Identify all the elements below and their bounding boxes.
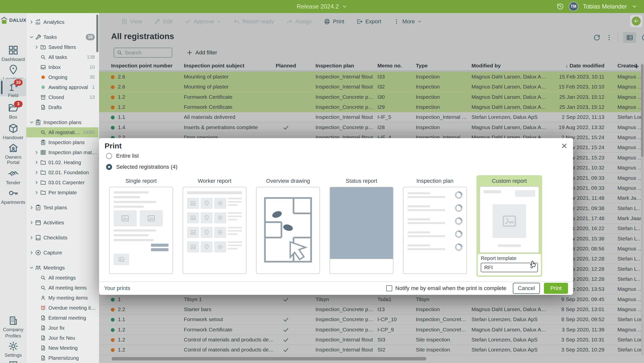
rail-item-label: Field [0, 93, 26, 98]
folder-icon [40, 179, 46, 186]
chevron-down-icon [342, 4, 347, 9]
sidebar-item-all-meetings[interactable]: All meetings [26, 273, 98, 283]
clipboard-search-icon [40, 139, 46, 145]
placeholder-image-icon [118, 256, 125, 263]
sidebar-item-label: Meetings [43, 265, 98, 271]
sidebar-item-label: Closed [48, 95, 88, 100]
folder-icon [40, 169, 46, 175]
rail-item-field[interactable]: Field10 [0, 79, 26, 96]
report-card-status-report[interactable] [330, 187, 393, 274]
sidebar-item-all-registrations[interactable]: All registrations24/50 [26, 127, 98, 137]
sidebar-item-inspection-plan-matrices[interactable]: Inspection plan matrices [26, 147, 98, 157]
rail-item-company-profiles[interactable]: CompanyProfiles [0, 314, 26, 338]
item-count: 35 [90, 74, 95, 80]
sidebar-item-meetings[interactable]: Meetings [26, 263, 98, 273]
sidebar-item-test-plans[interactable]: Test plans [26, 203, 98, 213]
sidebar-item-checklists[interactable]: Checklists [26, 233, 98, 243]
grid-icon [40, 149, 46, 155]
cancel-button[interactable]: Cancel [513, 283, 540, 294]
rail-item-label: Tender [0, 180, 26, 185]
sidebar-item-overdue-meeting-items[interactable]: Overdue meeting items [26, 303, 98, 313]
sidebar-item-01-02-heating[interactable]: 01.02. Heating [26, 157, 98, 167]
report-card-worker-report[interactable] [183, 187, 247, 274]
sidebar-item-analytics[interactable]: Analytics [26, 17, 98, 27]
rail-item-label: Apartments [0, 200, 26, 205]
status-dot [41, 85, 45, 89]
sidebar-item-external-meeting[interactable]: External meeting [26, 313, 98, 323]
rail-item-locations[interactable]: Locations [0, 62, 26, 80]
folder-icon [40, 159, 46, 165]
rail-item-help[interactable]: Help [0, 358, 26, 363]
notify-email-checkbox[interactable] [386, 285, 392, 291]
placeholder-image-icon [190, 200, 196, 206]
chevron-down-icon[interactable] [631, 4, 637, 10]
sidebar-item-saved-filters[interactable]: Saved filters [26, 42, 98, 52]
sidebar-item-planersitzung[interactable]: Planersitzung [26, 353, 98, 363]
sidebar-item-closed[interactable]: Closed13 [26, 92, 98, 102]
search-icon [40, 275, 46, 281]
dalux-logo-text: DALUX [9, 18, 26, 23]
your-prints-link[interactable]: Your prints [104, 285, 130, 292]
report-card-overview-drawing[interactable] [256, 187, 320, 274]
sidebar-item-label: 02.01. Foundation [48, 170, 98, 175]
rail-item-apartments[interactable]: Apartments [0, 186, 26, 203]
rail-item-label: Dashboard [0, 57, 26, 62]
notification-badge: 3 [14, 101, 23, 107]
sidebar-scrollbar[interactable] [96, 15, 98, 52]
rail-item-dashboard[interactable]: Dashboard [0, 43, 26, 60]
rail-item-label: Box [0, 114, 26, 120]
search-icon [40, 129, 46, 135]
sidebar-item-capture[interactable]: Capture [26, 248, 98, 258]
rail-item-owners-portal[interactable]: OwnersPortal [0, 140, 26, 163]
sidebar-item-drafts[interactable]: Drafts [26, 102, 98, 112]
key-icon [8, 188, 19, 199]
chevron-right-icon [34, 190, 39, 195]
print-button[interactable]: Print [544, 283, 568, 294]
sidebar-item-label: Activities [43, 220, 98, 226]
history-icon[interactable] [556, 3, 564, 11]
sidebar-item-new-meeting[interactable]: New Meeting [26, 343, 98, 353]
doc-icon [40, 345, 46, 351]
sidebar-item-02-01-foundation[interactable]: 02.01. Foundation [26, 167, 98, 177]
sidebar-item-label: Inspection plans [48, 140, 98, 145]
report-card-single-report[interactable] [109, 187, 173, 274]
sidebar-item-label: My meeting items [48, 295, 98, 301]
sidebar-item-all-tasks[interactable]: All tasks138 [26, 52, 98, 62]
release-selector[interactable]: Release 2024.2 [297, 3, 347, 10]
folder-icon [40, 190, 46, 196]
sidebar-item-tasks[interactable]: Tasks10 [26, 32, 98, 42]
sidebar-item-label: Per template [48, 190, 98, 196]
report-card-inspection-plan[interactable] [403, 187, 467, 274]
rail-item-handover[interactable]: Handover [0, 121, 26, 138]
clipboard-search-icon [35, 119, 41, 126]
report-card-label: Inspection plan [403, 178, 467, 184]
rail-item-tender[interactable]: Tender [0, 166, 26, 184]
rail-item-box[interactable]: Box3 [0, 100, 26, 118]
sidebar-item-inspection-plans[interactable]: Inspection plans [26, 137, 98, 147]
close-icon[interactable] [560, 142, 568, 150]
sidebar-item-inbox[interactable]: Inbox10 [26, 62, 98, 72]
handshake-icon [8, 168, 19, 179]
sidebar-item-label: Tasks [43, 34, 86, 40]
radio-entire-list[interactable]: Entire list [106, 153, 139, 159]
avatar[interactable]: TM [569, 2, 578, 11]
placeholder-image-icon [217, 201, 223, 206]
sidebar-item-jour-fix-neu[interactable]: Jour fix Neu [26, 333, 98, 343]
sidebar-item-per-template[interactable]: Per template [26, 188, 98, 198]
sidebar-item-my-meeting-items[interactable]: My meeting items [26, 293, 98, 303]
report-card-label: Status report [330, 178, 393, 184]
sidebar-item-jour-fix[interactable]: Jour fix [26, 323, 98, 333]
sidebar-item-all-meeting-items[interactable]: All meeting items [26, 283, 98, 293]
rail-item-settings[interactable]: Settings [0, 339, 26, 358]
sidebar-item-activities[interactable]: Activities [26, 218, 98, 228]
top-bar: Release 2024.2 TM Tobias Melander [0, 0, 644, 13]
chevron-right-icon [29, 205, 34, 210]
sidebar-item-awaiting-approval[interactable]: Awaiting approval1 [26, 82, 98, 92]
dalux-logo[interactable]: DALUX [0, 16, 26, 25]
sidebar-item-ongoing[interactable]: Ongoing35 [26, 72, 98, 82]
sidebar-item-03-01-carpenter[interactable]: 03.01 Carpenter [26, 177, 98, 188]
radio-selected-registrations-4[interactable]: Selected registrations (4) [106, 164, 178, 170]
rail-item-label: Profiles [0, 333, 26, 338]
placeholder-image-icon [204, 244, 210, 250]
sidebar-item-inspection-plans[interactable]: Inspection plans [26, 117, 98, 127]
